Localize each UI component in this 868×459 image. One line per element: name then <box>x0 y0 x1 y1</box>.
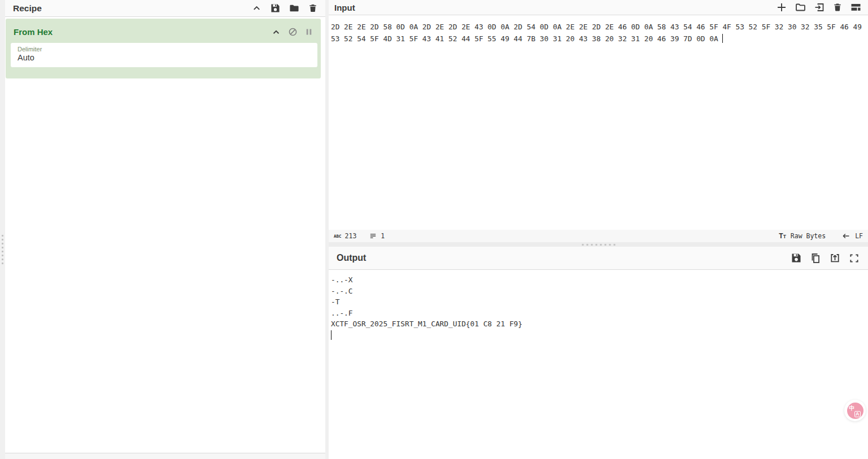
output-line: XCTF_OSR_2025_FISRT_M1_CARD_UID{01 C8 21… <box>331 318 866 330</box>
clear-recipe-button[interactable] <box>308 3 317 13</box>
operation-from-hex[interactable]: From Hex Delimiter <box>6 19 321 78</box>
clear-io-button[interactable] <box>833 2 842 12</box>
folder-icon <box>289 3 299 13</box>
recipe-list: From Hex Delimiter <box>5 17 325 453</box>
translate-button[interactable]: 中 A <box>847 403 863 419</box>
arrow-left-icon <box>841 232 850 240</box>
output-line: ..-.F <box>331 308 866 319</box>
save-output-button[interactable] <box>791 253 801 263</box>
output-header: Output <box>329 247 868 270</box>
translate-icon: 中 <box>849 404 855 412</box>
char-count: 213 <box>345 232 357 240</box>
input-status-bar: ABC 213 1 TT Raw Bytes LF <box>329 230 868 242</box>
collapse-operation-button[interactable] <box>272 28 281 37</box>
line-count-icon <box>369 232 377 240</box>
copy-output-button[interactable] <box>810 253 821 264</box>
file-import-icon <box>814 2 825 12</box>
input-title: Input <box>334 3 355 12</box>
text-cursor <box>722 34 723 43</box>
trash-icon <box>833 2 842 12</box>
operations-splitter[interactable] <box>0 0 5 459</box>
collapse-recipe-button[interactable] <box>252 3 261 13</box>
text-encoding-icon: TT <box>779 232 786 240</box>
breakpoint-pause-button[interactable] <box>305 28 313 36</box>
save-icon <box>271 3 280 13</box>
output-area[interactable]: -..-X -.-.C -T ..-.F XCTF_OSR_2025_FISRT… <box>329 270 868 459</box>
operations-splitter-handle[interactable] <box>2 235 3 264</box>
hex-line: 2D 2E 2E 2D 58 0D 0A 2D 2E 2D 2E 43 0D 0… <box>331 21 866 33</box>
replace-input-button[interactable] <box>830 253 840 263</box>
operation-title: From Hex <box>14 27 53 37</box>
open-folder-button[interactable] <box>795 2 806 12</box>
export-up-icon <box>830 253 840 263</box>
output-cursor <box>331 330 332 340</box>
controls-area-edge <box>5 453 325 459</box>
eol-value: LF <box>855 232 863 240</box>
save-icon <box>791 253 801 263</box>
expand-icon <box>849 253 859 263</box>
delimiter-label: Delimiter <box>18 46 317 53</box>
copy-icon <box>810 253 821 264</box>
io-splitter[interactable] <box>329 242 868 247</box>
output-line: -.-.C <box>331 286 866 297</box>
input-textarea[interactable]: 2D 2E 2E 2D 58 0D 0A 2D 2E 2D 2E 43 0D 0… <box>329 16 868 230</box>
open-file-button[interactable] <box>814 2 825 12</box>
maximise-output-button[interactable] <box>849 253 859 263</box>
input-header: Input <box>329 0 868 15</box>
trash-icon <box>308 3 317 13</box>
load-recipe-button[interactable] <box>289 3 299 13</box>
save-recipe-button[interactable] <box>271 3 280 13</box>
line-count: 1 <box>381 232 385 240</box>
pause-icon <box>305 28 313 36</box>
add-input-tab-button[interactable] <box>777 2 787 12</box>
hex-line: 53 52 54 5F 4D 31 5F 43 41 52 44 5F 55 4… <box>331 33 866 45</box>
output-line: -T <box>331 296 866 308</box>
output-title: Output <box>337 253 366 263</box>
chevron-up-icon <box>252 3 261 13</box>
io-panels: Input 2D 2E 2E 2D 58 0D <box>329 0 868 459</box>
char-count-group: ABC 213 <box>334 232 356 240</box>
recipe-header: Recipe <box>5 0 325 17</box>
delimiter-select[interactable]: Delimiter Auto <box>11 43 317 67</box>
cyberchef-app: Recipe From Hex <box>0 0 868 459</box>
eol-toggle[interactable]: LF <box>841 232 863 240</box>
translate-fab-halo: 中 A <box>844 400 866 421</box>
output-line: -..-X <box>331 274 866 286</box>
input-settings-button[interactable] <box>850 2 861 12</box>
delimiter-value: Auto <box>18 53 317 62</box>
disable-operation-button[interactable] <box>288 27 298 37</box>
recipe-panel: Recipe From Hex <box>5 0 325 459</box>
encoding-value: Raw Bytes <box>791 232 826 240</box>
chevron-up-icon <box>272 28 281 37</box>
output-line <box>331 330 866 341</box>
layout-icon <box>850 2 861 12</box>
line-count-group: 1 <box>369 232 385 240</box>
encoding-toggle[interactable]: TT Raw Bytes <box>779 232 826 240</box>
char-count-icon: ABC <box>334 234 342 239</box>
folder-icon <box>795 2 806 12</box>
io-splitter-handle[interactable] <box>582 244 615 246</box>
ban-icon <box>288 27 298 37</box>
recipe-title: Recipe <box>13 3 42 14</box>
plus-icon <box>777 2 787 12</box>
